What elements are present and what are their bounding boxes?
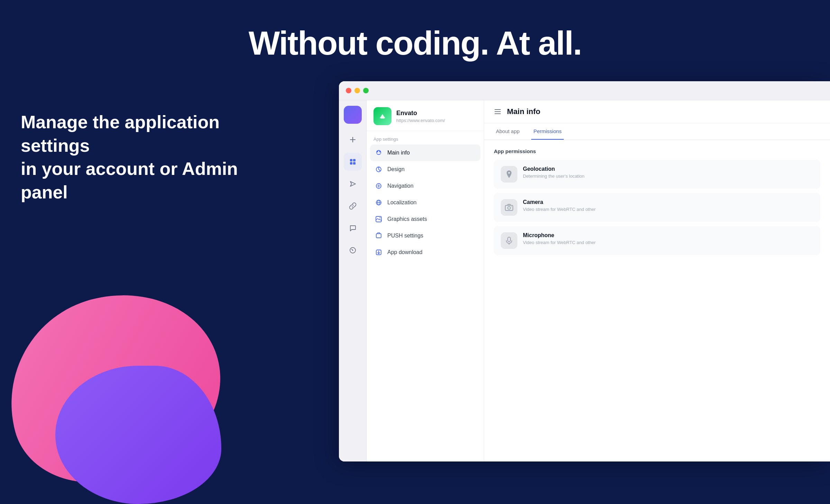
tab-about-app[interactable]: About app (494, 123, 522, 140)
app-meta: Envato https://www.envato.com/ (396, 110, 445, 123)
permission-card-geolocation: Geolocation Determining the user's locat… (494, 160, 820, 189)
localization-icon (375, 199, 382, 206)
app-settings-sidebar: Envato https://www.envato.com/ App setti… (367, 100, 484, 461)
title-bar (339, 81, 830, 100)
sidebar-avatar[interactable] (344, 106, 362, 124)
nav-item-app-download[interactable]: App download (370, 244, 480, 261)
sidebar-item-add[interactable] (344, 131, 362, 149)
sidebar-item-send[interactable] (344, 175, 362, 193)
nav-label-graphics-assets: Graphics assets (387, 216, 427, 222)
permissions-section-title: App permissions (494, 148, 820, 154)
nav-label-push-settings: PUSH settings (387, 233, 423, 239)
app-window: Envato https://www.envato.com/ App setti… (339, 81, 830, 461)
hero-title: Without coding. At all. (0, 14, 830, 62)
microphone-icon (501, 232, 517, 249)
nav-label-main-info: Main info (387, 150, 410, 156)
main-section-title: Main info (507, 107, 541, 116)
svg-point-16 (511, 206, 512, 207)
svg-rect-12 (376, 234, 381, 238)
sidebar-item-grid[interactable] (344, 153, 362, 171)
geolocation-icon (501, 166, 517, 183)
sidebar-item-gauge[interactable] (344, 241, 362, 259)
svg-rect-17 (508, 237, 510, 242)
main-content-header: Main info (484, 100, 830, 123)
perm-name-camera: Camera (523, 199, 596, 205)
hero-subtitle: Manage the application settings in your … (21, 111, 270, 204)
main-info-icon (375, 149, 382, 157)
svg-rect-0 (350, 159, 352, 161)
app-url: https://www.envato.com/ (396, 118, 445, 123)
main-content-panel: Main info About app Permissions App perm… (484, 100, 830, 461)
permissions-body: App permissions Geolocation Determining … (484, 140, 830, 268)
app-download-icon (375, 249, 382, 256)
perm-info-geolocation: Geolocation Determining the user's locat… (523, 166, 584, 179)
nav-label-navigation: Navigation (387, 183, 414, 189)
traffic-lights (346, 88, 369, 93)
settings-nav-list: Main info Design (367, 144, 484, 261)
app-name: Envato (396, 110, 445, 117)
svg-rect-3 (353, 162, 356, 165)
perm-info-camera: Camera Video stream for WebRTC and other (523, 199, 596, 212)
app-sidebar-header: Envato https://www.envato.com/ (367, 100, 484, 131)
nav-label-app-download: App download (387, 249, 422, 255)
nav-item-navigation[interactable]: Navigation (370, 178, 480, 194)
minimize-button[interactable] (354, 88, 360, 93)
nav-item-main-info[interactable]: Main info (370, 144, 480, 161)
nav-label-design: Design (387, 166, 405, 172)
nav-item-design[interactable]: Design (370, 161, 480, 178)
push-settings-icon (375, 232, 382, 240)
menu-icon[interactable] (494, 108, 501, 115)
perm-name-microphone: Microphone (523, 232, 596, 239)
envato-app-icon (374, 107, 391, 125)
nav-item-localization[interactable]: Localization (370, 194, 480, 211)
svg-point-15 (508, 207, 510, 209)
perm-desc-geolocation: Determining the user's location (523, 174, 584, 179)
perm-name-geolocation: Geolocation (523, 166, 584, 172)
navigation-icon (375, 182, 382, 190)
graphics-assets-icon (375, 215, 382, 223)
blob-purple-decoration (55, 366, 221, 504)
svg-rect-14 (505, 205, 513, 211)
nav-label-localization: Localization (387, 199, 417, 206)
sidebar-item-chat[interactable] (344, 219, 362, 237)
permission-card-camera: Camera Video stream for WebRTC and other (494, 193, 820, 222)
svg-point-11 (380, 217, 381, 218)
icon-sidebar (339, 100, 367, 461)
perm-desc-camera: Video stream for WebRTC and other (523, 207, 596, 212)
permission-card-microphone: Microphone Video stream for WebRTC and o… (494, 226, 820, 255)
camera-icon (501, 199, 517, 216)
perm-info-microphone: Microphone Video stream for WebRTC and o… (523, 232, 596, 245)
tab-permissions[interactable]: Permissions (531, 123, 564, 140)
sidebar-item-link[interactable] (344, 197, 362, 215)
svg-rect-1 (353, 159, 356, 161)
maximize-button[interactable] (363, 88, 369, 93)
app-info: Envato https://www.envato.com/ (374, 107, 477, 125)
window-body: Envato https://www.envato.com/ App setti… (339, 100, 830, 461)
perm-desc-microphone: Video stream for WebRTC and other (523, 240, 596, 245)
svg-point-5 (352, 250, 353, 251)
design-icon (375, 166, 382, 173)
svg-rect-2 (350, 162, 352, 165)
tab-bar: About app Permissions (484, 123, 830, 140)
settings-section-label: App settings (367, 131, 484, 144)
nav-item-graphics-assets[interactable]: Graphics assets (370, 211, 480, 227)
close-button[interactable] (346, 88, 351, 93)
nav-item-push-settings[interactable]: PUSH settings (370, 227, 480, 244)
